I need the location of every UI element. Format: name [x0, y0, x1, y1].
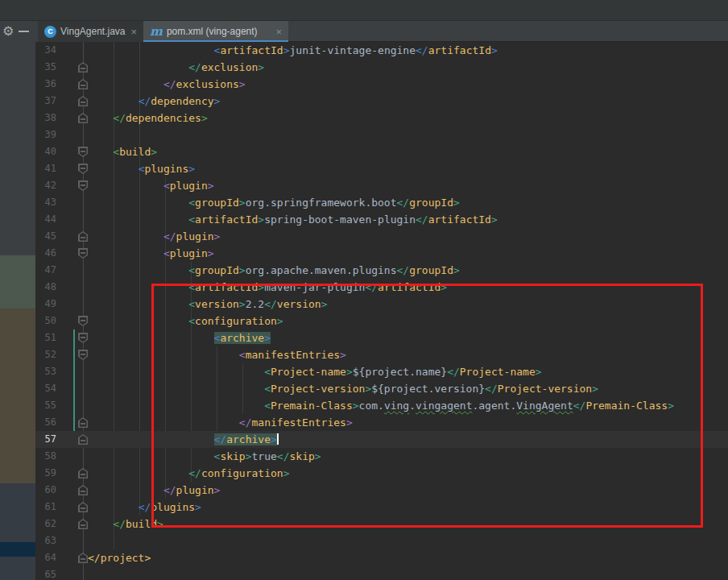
xml-tag-name: project: [101, 552, 145, 564]
fold-end-marker[interactable]: [78, 434, 88, 445]
fold-end-marker[interactable]: [78, 485, 88, 495]
fold-marker-part: [81, 252, 85, 254]
code-line-60[interactable]: 60 </plugin>: [0, 482, 728, 499]
gear-icon[interactable]: ⚙: [2, 25, 14, 38]
code-span: </: [447, 366, 460, 378]
code-line-52[interactable]: 52 <manifestEntries>: [0, 346, 728, 363]
close-icon[interactable]: ×: [275, 27, 282, 37]
code-line-50[interactable]: 50 <configuration>: [0, 313, 728, 329]
xml-tag-name: manifestEntries: [252, 416, 346, 429]
fold-end-marker[interactable]: [78, 519, 88, 529]
tab-vingagent-java[interactable]: C VingAgent.java ×: [38, 21, 143, 42]
code-line-35[interactable]: 35 </exclusion>: [0, 59, 728, 76]
code-line-34[interactable]: 34 <artifactId>junit-vintage-engine</art…: [0, 42, 728, 59]
fold-marker-part: [81, 237, 85, 238]
xml-tag-name: groupId: [409, 197, 453, 209]
code-span: org.apache.maven.plugins: [246, 264, 397, 276]
code-span: >: [592, 383, 598, 395]
line-number: 57: [35, 431, 56, 448]
close-icon[interactable]: ×: [130, 27, 137, 37]
code-span: .agent.: [472, 400, 516, 412]
code-span: >: [239, 264, 246, 276]
code-line-53[interactable]: 53 <Project-name>${project.name}</Projec…: [0, 363, 728, 380]
code-line-63[interactable]: 63: [0, 532, 728, 549]
code-line-49[interactable]: 49 <version>2.2</version>: [0, 296, 728, 313]
code-span: <: [188, 315, 195, 327]
fold-end-marker[interactable]: [78, 96, 88, 106]
fold-start-marker[interactable]: [78, 350, 88, 360]
fold-end-marker[interactable]: [78, 502, 88, 512]
code-span: [88, 315, 188, 327]
code-line-64[interactable]: 64</project>: [0, 549, 728, 566]
code-line-40[interactable]: 40 <build>: [0, 143, 728, 160]
code-line-55[interactable]: 55 <Premain-Class>com.ving.vingagent.age…: [0, 397, 728, 414]
code-line-36[interactable]: 36 </exclusions>: [0, 76, 728, 93]
code-span: >: [340, 349, 346, 361]
code-line-42[interactable]: 42 <plugin>: [0, 177, 728, 194]
fold-start-marker[interactable]: [78, 147, 88, 157]
xml-tag-name: configuration: [201, 467, 283, 479]
code-line-44[interactable]: 44 <artifactId>spring-boot-maven-plugin<…: [0, 211, 728, 228]
code-editor[interactable]: 34 <artifactId>junit-vintage-engine</art…: [0, 42, 728, 580]
code-line-45[interactable]: 45 </plugin>: [0, 228, 728, 245]
fold-end-marker[interactable]: [78, 417, 88, 428]
code-span: </: [416, 44, 428, 56]
fold-end-marker[interactable]: [78, 113, 88, 123]
code-line-62[interactable]: 62 </build>: [0, 516, 728, 532]
fold-end-marker[interactable]: [78, 62, 88, 72]
code-line-65[interactable]: 65: [0, 566, 728, 580]
code-line-48[interactable]: 48 <artifactId>maven-jar-plugin</artifac…: [0, 279, 728, 296]
code-line-37[interactable]: 37 </dependency>: [0, 93, 728, 110]
fold-start-marker[interactable]: [78, 164, 88, 174]
code-line-54[interactable]: 54 <Project-version>${project.version}</…: [0, 380, 728, 397]
tab-pom-xml[interactable]: m pom.xml (ving-agent) ×: [143, 21, 288, 42]
code-line-59[interactable]: 59 </configuration>: [0, 465, 728, 482]
line-number: 35: [35, 59, 56, 76]
fold-end-marker[interactable]: [78, 553, 88, 563]
fold-marker-part: [81, 337, 85, 338]
code-line-61[interactable]: 61 </plugins>: [0, 499, 728, 516]
code-span: </: [163, 78, 176, 90]
code-span: [88, 467, 188, 479]
code-span: >: [668, 400, 674, 412]
fold-start-marker[interactable]: [78, 333, 88, 343]
code-line-51[interactable]: 51 <archive>: [0, 329, 728, 346]
fold-end-marker[interactable]: [78, 468, 88, 478]
fold-start-marker[interactable]: [78, 248, 88, 259]
code-span: >: [195, 501, 201, 513]
code-span: .: [409, 400, 416, 412]
code-span: </: [397, 197, 410, 209]
code-text: <groupId>org.apache.maven.plugins</group…: [88, 262, 728, 279]
code-line-56[interactable]: 56 </manifestEntries>: [0, 414, 728, 431]
code-line-39[interactable]: 39: [0, 126, 728, 143]
code-text: <version>2.2</version>: [88, 296, 728, 313]
code-span: </: [188, 467, 201, 479]
xml-tag-name: build: [126, 518, 157, 530]
fold-start-marker[interactable]: [78, 180, 88, 191]
fold-end-marker[interactable]: [78, 79, 88, 89]
code-text: <Project-name>${project.name}</Project-n…: [88, 363, 728, 380]
code-span: <: [264, 366, 271, 378]
line-number: 51: [35, 329, 56, 346]
code-line-57[interactable]: 57 </archive>: [35, 431, 728, 448]
code-line-58[interactable]: 58 <skip>true</skip>: [0, 448, 728, 465]
code-text: <Project-version>${project.version}</Pro…: [88, 380, 728, 397]
code-span: [88, 197, 188, 209]
code-span: </: [416, 213, 428, 226]
fold-start-marker[interactable]: [78, 316, 88, 326]
fold-marker-part: [81, 320, 85, 321]
code-text: <skip>true</skip>: [88, 448, 728, 465]
code-span: </: [139, 501, 151, 513]
code-line-47[interactable]: 47 <groupId>org.apache.maven.plugins</gr…: [0, 262, 728, 279]
xml-tag-name: Premain-Class: [271, 400, 353, 412]
xml-tag-name: plugin: [176, 230, 214, 242]
code-line-38[interactable]: 38 </dependencies>: [0, 110, 728, 126]
fold-end-marker[interactable]: [78, 231, 88, 242]
code-line-41[interactable]: 41 <plugins>: [0, 160, 728, 177]
code-span: >: [246, 450, 252, 462]
hide-panel-icon[interactable]: [19, 31, 29, 32]
code-span: [88, 366, 264, 378]
code-line-46[interactable]: 46 <plugin>: [0, 245, 728, 262]
xml-tag-name: groupId: [195, 264, 239, 276]
code-line-43[interactable]: 43 <groupId>org.springframework.boot</gr…: [0, 194, 728, 211]
